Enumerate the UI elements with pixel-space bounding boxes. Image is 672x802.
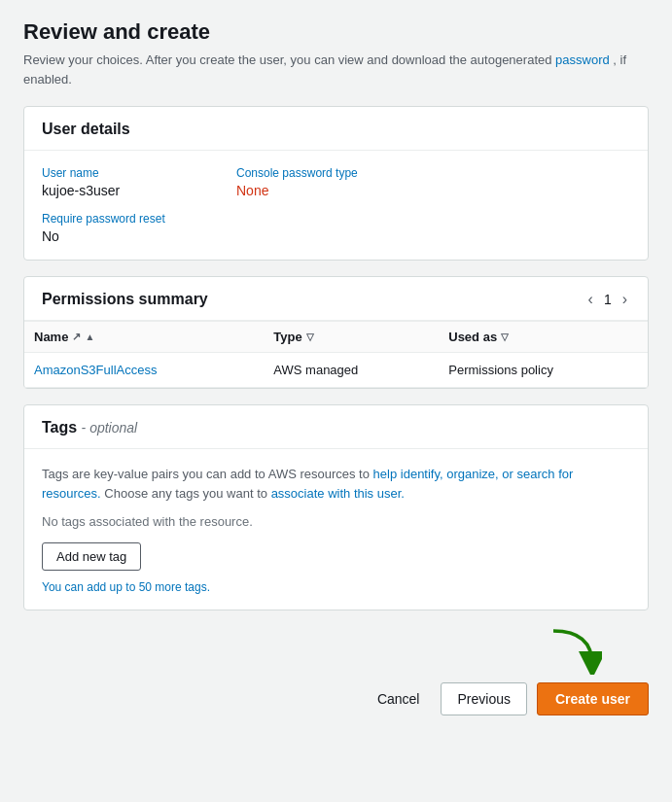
- require-reset-value: No: [42, 228, 197, 244]
- col-name-label: Name: [34, 330, 68, 344]
- tags-card: Tags - optional Tags are key-value pairs…: [23, 404, 649, 610]
- username-label: User name: [42, 166, 197, 180]
- cancel-button[interactable]: Cancel: [366, 683, 432, 715]
- user-details-header: User details: [24, 107, 648, 151]
- table-header-row: Name ↗ ▲ Type ▽ Used as ▽: [24, 322, 648, 353]
- policy-used-as-cell: Permissions policy: [439, 353, 648, 388]
- create-user-button[interactable]: Create user: [537, 682, 649, 715]
- console-password-label: Console password type: [236, 166, 392, 180]
- pagination-prev[interactable]: ‹: [585, 291, 596, 308]
- user-details-row2: Require password reset No: [42, 212, 630, 244]
- used-as-filter-icon[interactable]: ▽: [501, 331, 509, 342]
- permissions-table: Name ↗ ▲ Type ▽ Used as ▽: [24, 321, 648, 388]
- permissions-title: Permissions summary: [42, 291, 208, 308]
- username-value: kujoe-s3user: [42, 183, 197, 198]
- user-details-title: User details: [42, 121, 130, 138]
- password-link[interactable]: password: [555, 52, 610, 67]
- username-field: User name kujoe-s3user: [42, 166, 197, 198]
- require-reset-label: Require password reset: [42, 212, 197, 226]
- user-details-card: User details User name kujoe-s3user Cons…: [23, 106, 649, 261]
- tags-title: Tags - optional: [42, 419, 137, 436]
- tags-body: Tags are key-value pairs you can add to …: [24, 449, 648, 610]
- policy-name-cell: AmazonS3FullAccess: [24, 353, 264, 388]
- table-row: AmazonS3FullAccess AWS managed Permissio…: [24, 353, 648, 388]
- col-used-as-label: Used as: [448, 330, 497, 344]
- console-password-field: Console password type None: [236, 166, 392, 198]
- previous-button[interactable]: Previous: [441, 682, 526, 715]
- col-type: Type ▽: [264, 322, 439, 353]
- page-title: Review and create: [23, 19, 649, 45]
- pagination-next[interactable]: ›: [619, 291, 630, 308]
- add-new-tag-button[interactable]: Add new tag: [42, 542, 141, 571]
- pagination-controls: ‹ 1 ›: [585, 291, 630, 308]
- permissions-header: Permissions summary ‹ 1 ›: [24, 277, 648, 321]
- sort-asc-icon[interactable]: ▲: [85, 331, 94, 342]
- no-tags-text: No tags associated with the resource.: [42, 514, 630, 529]
- arrow-container: [23, 626, 649, 669]
- policy-used-as-value: Permissions policy: [448, 363, 553, 377]
- col-name: Name ↗ ▲: [24, 322, 264, 353]
- col-type-label: Type: [273, 330, 301, 344]
- tags-description: Tags are key-value pairs you can add to …: [42, 465, 630, 503]
- permissions-card: Permissions summary ‹ 1 › Name ↗ ▲ Type: [23, 276, 649, 389]
- require-reset-field: Require password reset No: [42, 212, 197, 244]
- console-password-value: None: [236, 183, 392, 198]
- policy-type-cell: AWS managed: [264, 353, 439, 388]
- tags-header: Tags - optional: [24, 405, 648, 449]
- col-used-as: Used as ▽: [439, 322, 648, 353]
- tags-limit-text: You can add up to 50 more tags.: [42, 580, 210, 594]
- policy-name-link[interactable]: AmazonS3FullAccess: [34, 363, 157, 377]
- policy-type-value: AWS managed: [273, 363, 358, 377]
- type-filter-icon[interactable]: ▽: [306, 331, 314, 342]
- external-link-icon: ↗: [72, 331, 81, 343]
- green-arrow-icon: [544, 626, 602, 675]
- pagination-number: 1: [604, 292, 612, 307]
- page-subtitle: Review your choices. After you create th…: [23, 51, 649, 88]
- user-details-row1: User name kujoe-s3user Console password …: [42, 166, 630, 198]
- user-details-body: User name kujoe-s3user Console password …: [24, 151, 648, 260]
- footer: Cancel Previous Create user: [23, 669, 649, 715]
- tags-associate-link[interactable]: associate with this user.: [271, 486, 405, 501]
